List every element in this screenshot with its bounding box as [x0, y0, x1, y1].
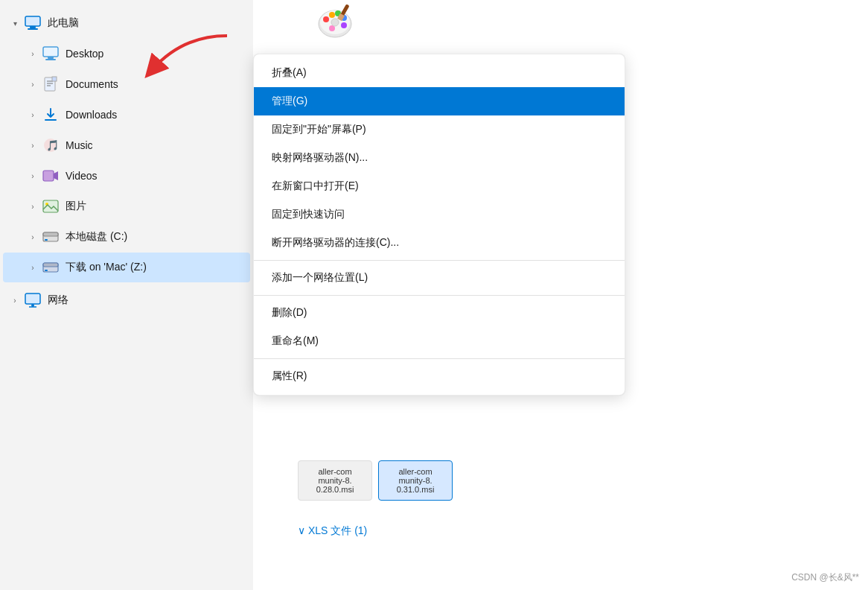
menu-item-open-new[interactable]: 在新窗口中打开(E)	[254, 172, 625, 200]
svg-rect-19	[43, 232, 58, 236]
chevron-right-icon: ›	[27, 200, 39, 212]
sidebar-item-pictures-label: 图片	[66, 200, 86, 213]
downloads-icon	[42, 106, 60, 124]
menu-item-disconnect-label: 断开网络驱动器的连接(C)...	[272, 236, 399, 250]
sidebar-item-desktop[interactable]: › Desktop	[3, 39, 250, 69]
svg-rect-20	[45, 239, 48, 241]
menu-item-add-network-label: 添加一个网络位置(L)	[272, 271, 368, 285]
sidebar-item-this-pc[interactable]: ▾ 此电脑	[3, 8, 250, 38]
videos-icon	[42, 167, 60, 185]
sidebar-item-mac-drive-label: 下载 on 'Mac' (Z:)	[66, 261, 147, 274]
network-icon	[24, 291, 42, 309]
watermark: CSDN @长&风**	[791, 571, 859, 584]
svg-rect-4	[48, 57, 54, 59]
menu-item-pin-start-label: 固定到"开始"屏幕(P)	[272, 123, 366, 136]
chevron-right-icon: ›	[27, 78, 39, 90]
paint-icon	[313, 0, 357, 45]
sidebar-item-network[interactable]: › 网络	[3, 285, 250, 315]
chevron-right-icon: ›	[27, 170, 39, 182]
sidebar-item-local-disk[interactable]: › 本地磁盘 (C:)	[3, 222, 250, 252]
music-icon: 🎵	[42, 136, 60, 154]
svg-marker-15	[54, 171, 58, 180]
chevron-right-icon: ›	[27, 48, 39, 60]
sidebar: ▾ 此电脑 › Desktop ›	[0, 0, 253, 590]
svg-rect-21	[49, 239, 57, 241]
sidebar-item-network-label: 网络	[48, 294, 68, 307]
menu-item-map-network-label: 映射网络驱动器(N)...	[272, 151, 368, 165]
svg-point-33	[323, 16, 329, 22]
menu-item-collapse[interactable]: 折叠(A)	[254, 59, 625, 87]
xls-label: ∨ XLS 文件 (1)	[298, 524, 367, 536]
menu-divider-3	[254, 358, 625, 359]
svg-rect-2	[28, 28, 38, 30]
chevron-right-icon: ›	[27, 139, 39, 151]
sidebar-item-downloads[interactable]: › Downloads	[3, 100, 250, 130]
file-items-area: aller-com munity-8. 0.28.0.msi aller-com…	[298, 460, 453, 501]
menu-item-rename-label: 重命名(M)	[272, 334, 319, 348]
menu-item-rename[interactable]: 重命名(M)	[254, 327, 625, 355]
sidebar-item-videos[interactable]: › Videos	[3, 161, 250, 191]
sidebar-item-pictures[interactable]: › 图片	[3, 191, 250, 221]
svg-rect-14	[43, 171, 54, 181]
chevron-right-icon: ›	[27, 109, 39, 121]
xls-section[interactable]: ∨ XLS 文件 (1)	[298, 524, 367, 538]
svg-point-37	[341, 22, 347, 28]
menu-divider-2	[254, 295, 625, 296]
menu-item-pin-quick-label: 固定到快速访问	[272, 208, 345, 221]
svg-rect-26	[25, 294, 40, 304]
desktop-icon	[42, 45, 60, 63]
sidebar-item-documents[interactable]: › Documents	[3, 69, 250, 99]
svg-rect-0	[25, 16, 40, 26]
chevron-right-icon: ›	[27, 261, 39, 273]
file-item-1[interactable]: aller-com munity-8. 0.28.0.msi	[298, 460, 372, 501]
svg-rect-25	[49, 270, 57, 271]
chevron-right-icon: ›	[27, 231, 39, 243]
sidebar-item-desktop-label: Desktop	[66, 48, 103, 60]
mac-drive-icon	[42, 258, 60, 276]
local-disk-icon	[42, 228, 60, 246]
sidebar-item-this-pc-label: 此电脑	[48, 16, 79, 30]
menu-item-pin-quick[interactable]: 固定到快速访问	[254, 200, 625, 229]
sidebar-item-local-disk-label: 本地磁盘 (C:)	[66, 230, 127, 244]
computer-icon	[24, 14, 42, 32]
sidebar-item-videos-label: Videos	[66, 170, 98, 182]
sidebar-item-music-label: Music	[66, 139, 93, 151]
file-item-2[interactable]: aller-com munity-8. 0.31.0.msi	[378, 460, 453, 501]
context-menu: 折叠(A) 管理(G) 固定到"开始"屏幕(P) 映射网络驱动器(N)... 在…	[253, 54, 625, 396]
svg-rect-10	[52, 77, 57, 81]
menu-item-delete-label: 删除(D)	[272, 306, 307, 320]
menu-item-manage[interactable]: 管理(G)	[254, 87, 625, 115]
menu-item-add-network[interactable]: 添加一个网络位置(L)	[254, 264, 625, 292]
menu-item-properties[interactable]: 属性(R)	[254, 362, 625, 390]
sidebar-item-downloads-label: Downloads	[66, 109, 117, 121]
svg-rect-3	[43, 47, 58, 57]
svg-point-39	[331, 19, 339, 26]
sidebar-item-mac-drive[interactable]: › 下载 on 'Mac' (Z:)	[3, 253, 250, 282]
chevron-right-icon: ›	[9, 294, 21, 306]
svg-rect-1	[30, 26, 36, 28]
menu-item-map-network[interactable]: 映射网络驱动器(N)...	[254, 144, 625, 172]
documents-icon	[42, 75, 60, 93]
svg-rect-5	[45, 59, 56, 60]
chevron-down-icon: ▾	[9, 17, 21, 29]
svg-text:🎵: 🎵	[46, 139, 59, 152]
menu-divider-1	[254, 260, 625, 261]
pictures-icon	[42, 197, 60, 215]
svg-rect-24	[45, 270, 48, 271]
sidebar-item-documents-label: Documents	[66, 78, 118, 90]
svg-point-34	[329, 12, 335, 18]
menu-item-disconnect[interactable]: 断开网络驱动器的连接(C)...	[254, 229, 625, 257]
menu-item-collapse-label: 折叠(A)	[272, 66, 307, 80]
menu-item-manage-label: 管理(G)	[272, 95, 307, 108]
sidebar-item-music[interactable]: › 🎵 Music	[3, 130, 250, 160]
paint-icon-area	[313, 0, 357, 48]
svg-rect-23	[43, 263, 58, 267]
menu-item-delete[interactable]: 删除(D)	[254, 299, 625, 327]
watermark-text: CSDN @长&风**	[791, 572, 859, 583]
menu-item-properties-label: 属性(R)	[272, 369, 307, 383]
menu-item-pin-start[interactable]: 固定到"开始"屏幕(P)	[254, 115, 625, 144]
menu-item-open-new-label: 在新窗口中打开(E)	[272, 180, 359, 193]
